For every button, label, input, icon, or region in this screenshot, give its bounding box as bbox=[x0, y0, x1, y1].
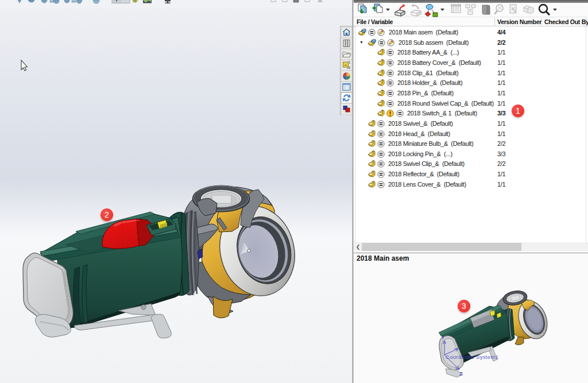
svg-text:Coordinate System1: Coordinate System1 bbox=[446, 354, 498, 360]
svg-text:Y: Y bbox=[441, 335, 444, 341]
svg-text:Z: Z bbox=[459, 371, 463, 377]
